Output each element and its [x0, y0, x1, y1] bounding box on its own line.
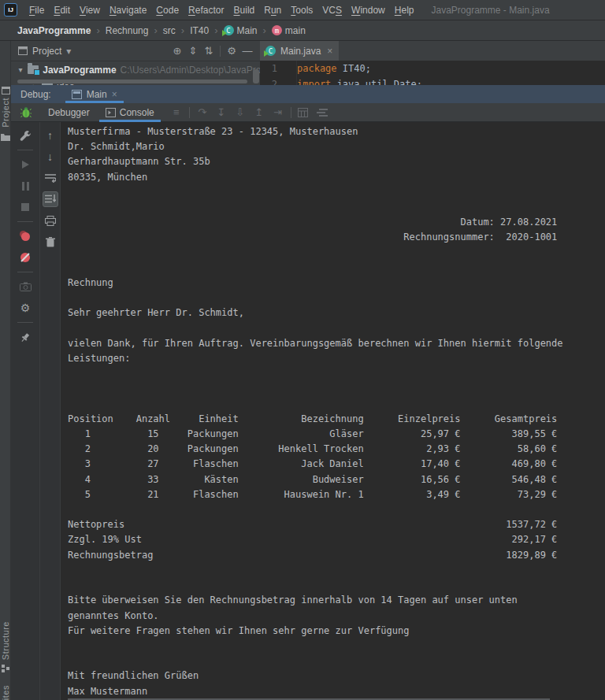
collapse-all-button[interactable]: ⇅ — [201, 44, 217, 58]
debugger-toolbar: ⚙ — [11, 122, 40, 700]
step-over-icon[interactable]: ↷ — [196, 106, 209, 118]
breadcrumb-rechnung[interactable]: Rechnung — [106, 25, 149, 36]
stripe-label-project[interactable]: Project — [1, 98, 10, 128]
breadcrumb-separator: › — [154, 24, 157, 36]
tool-window-icon — [72, 90, 82, 99]
debug-bug-icon — [11, 106, 40, 118]
evaluate-expression-icon[interactable] — [298, 108, 310, 117]
intellij-logo-icon: IJ — [4, 3, 17, 17]
project-vertical-scrollbar[interactable] — [253, 69, 259, 83]
editor-content[interactable]: 1package IT40;2import java.util.Date; — [260, 61, 605, 85]
menu-refactor[interactable]: Refactor — [184, 2, 228, 18]
scroll-up-icon[interactable]: ↑ — [43, 128, 58, 143]
menu-tools[interactable]: Tools — [286, 2, 317, 18]
close-icon[interactable]: × — [112, 89, 117, 100]
class-run-icon: C — [224, 25, 234, 35]
clear-all-icon[interactable] — [43, 234, 58, 250]
close-icon[interactable]: × — [327, 46, 332, 57]
menu-window[interactable]: Window — [347, 2, 390, 18]
breadcrumb-main[interactable]: mmain — [272, 25, 306, 36]
runnable-class-icon: C — [265, 46, 276, 56]
project-view-selector[interactable]: Project ▾ — [18, 46, 71, 57]
debug-step-toolbar: ≡ ↷ ↧ ⇩ ↥ ⇥ — [170, 106, 329, 118]
console-output[interactable]: Musterfirma - Musterstraße 23 - 12345, M… — [61, 122, 605, 699]
code-line-2[interactable]: 2import java.util.Date; — [260, 76, 605, 85]
stripe-label-favorites[interactable]: Favorites — [1, 685, 10, 700]
menu-run[interactable]: Run — [259, 2, 286, 18]
menu-build[interactable]: Build — [229, 2, 260, 18]
editor-area: C Main.java × 1package IT40;2import java… — [260, 41, 605, 85]
menu-edit[interactable]: Edit — [49, 2, 75, 18]
debugger-settings-icon[interactable] — [17, 128, 33, 143]
print-icon[interactable] — [43, 213, 58, 228]
console-tab-icon — [106, 108, 116, 117]
session-tab-label: Main — [87, 89, 107, 100]
breadcrumb-separator: › — [181, 24, 184, 36]
breadcrumb: JavaProgramme›Rechnung›src›IT40›CMain›mm… — [0, 20, 605, 41]
project-view-label: Project — [32, 46, 61, 57]
tool-window-stripe: Project Structure Favorites ★ — [0, 41, 11, 700]
editor-tab-label: Main.java — [280, 46, 321, 57]
menu-bar: IJ FileEditViewNavigateCodeRefactorBuild… — [0, 0, 605, 20]
project-folder-icon — [28, 65, 39, 74]
debug-tool-window: Debug: Main × Deb — [11, 85, 605, 700]
stripe-label-structure[interactable]: Structure — [1, 621, 10, 660]
stop-button[interactable] — [17, 199, 33, 215]
pause-button[interactable] — [17, 178, 33, 194]
menu-view[interactable]: View — [75, 2, 105, 18]
gear-icon[interactable]: ⚙ — [17, 300, 33, 316]
scroll-to-end-icon[interactable] — [43, 191, 58, 207]
breadcrumb-src[interactable]: src — [163, 25, 176, 36]
force-step-into-icon[interactable]: ⇩ — [234, 106, 247, 118]
menu-navigate[interactable]: Navigate — [105, 2, 151, 18]
editor-tab-bar: C Main.java × — [260, 41, 605, 61]
soft-wrap-icon[interactable] — [43, 170, 58, 186]
breadcrumb-it40[interactable]: IT40 — [190, 25, 209, 36]
tab-debugger[interactable]: Debugger — [40, 103, 98, 122]
tree-row-project[interactable]: ▾ JavaProgramme C:\Users\Admin\Desktop\J… — [11, 61, 260, 78]
folder-stripe-icon[interactable] — [1, 132, 10, 142]
intellij-window: IJ FileEditViewNavigateCodeRefactorBuild… — [0, 0, 605, 700]
project-horizontal-scrollbar[interactable] — [17, 80, 247, 83]
resume-button[interactable] — [17, 157, 33, 172]
view-breakpoints-button[interactable] — [17, 228, 33, 244]
window-title: JavaProgramme - Main.java — [432, 5, 550, 16]
tab-main-java[interactable]: C Main.java × — [260, 41, 339, 61]
debug-label: Debug: — [20, 89, 51, 100]
step-out-icon[interactable]: ↥ — [253, 106, 265, 118]
step-into-icon[interactable]: ↧ — [215, 106, 228, 118]
menu-code[interactable]: Code — [151, 2, 184, 18]
expand-all-button[interactable]: ⇕ — [185, 44, 201, 58]
console-panel: Musterfirma - Musterstraße 23 - 12345, M… — [61, 122, 605, 700]
tab-console[interactable]: Console — [98, 103, 162, 122]
breadcrumb-separator: › — [96, 24, 99, 36]
breadcrumb-separator: › — [263, 24, 266, 36]
restore-layout-icon[interactable] — [317, 109, 329, 117]
options-menu-icon[interactable]: ≡ — [170, 106, 183, 118]
scroll-down-icon[interactable]: ↓ — [43, 149, 58, 165]
hide-panel-button[interactable]: — — [239, 44, 255, 58]
locate-file-button[interactable]: ⊕ — [169, 44, 185, 58]
breadcrumb-javaprogramme[interactable]: JavaProgramme — [17, 25, 91, 36]
menu-vcs[interactable]: VCS — [317, 2, 347, 18]
code-line-1[interactable]: 1package IT40; — [260, 61, 605, 76]
breadcrumb-main[interactable]: CMain — [224, 25, 258, 36]
project-tool-icon[interactable] — [1, 86, 10, 95]
menu-help[interactable]: Help — [390, 2, 419, 18]
debug-body: ⚙ ↑ ↓ — [11, 122, 605, 700]
debug-header: Debug: Main × — [11, 85, 605, 103]
method-icon: m — [272, 25, 282, 35]
menu-file[interactable]: File — [24, 2, 49, 18]
mute-breakpoints-button[interactable] — [17, 250, 33, 265]
project-view-icon — [18, 46, 28, 55]
breadcrumb-separator: › — [214, 24, 217, 36]
console-toolbar: ↑ ↓ — [40, 122, 61, 700]
debug-session-tab[interactable]: Main × — [65, 85, 124, 103]
pin-icon[interactable] — [17, 329, 33, 345]
run-to-cursor-icon[interactable]: ⇥ — [272, 106, 284, 118]
panel-settings-button[interactable]: ⚙ — [224, 44, 239, 58]
project-root-path: C:\Users\Admin\Desktop\JavaProgramm — [121, 65, 260, 76]
screenshot-button[interactable] — [17, 279, 33, 294]
project-panel-header: Project ▾ ⊕ ⇕ ⇅ ⚙ — — [11, 41, 260, 61]
tree-expand-icon[interactable]: ▾ — [17, 65, 24, 74]
